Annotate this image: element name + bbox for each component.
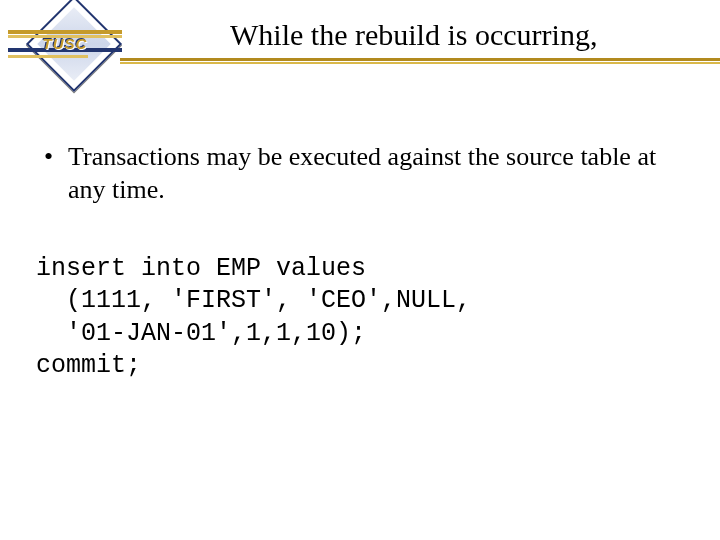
header-rule	[120, 62, 720, 64]
slide-header: TUSC While the rebuild is occurring,	[0, 0, 720, 78]
bullet-list: Transactions may be executed against the…	[36, 140, 696, 207]
slide: TUSC While the rebuild is occurring, Tra…	[0, 0, 720, 540]
logo-text: TUSC	[8, 35, 122, 52]
logo-stripe	[8, 55, 88, 58]
slide-title: While the rebuild is occurring,	[230, 18, 720, 51]
bullet-item: Transactions may be executed against the…	[36, 140, 696, 207]
tusc-logo: TUSC	[8, 2, 118, 102]
code-block: insert into EMP values (1111, 'FIRST', '…	[36, 253, 696, 383]
header-rule	[120, 58, 720, 61]
logo-stripe	[8, 30, 122, 34]
slide-body: Transactions may be executed against the…	[36, 140, 696, 383]
